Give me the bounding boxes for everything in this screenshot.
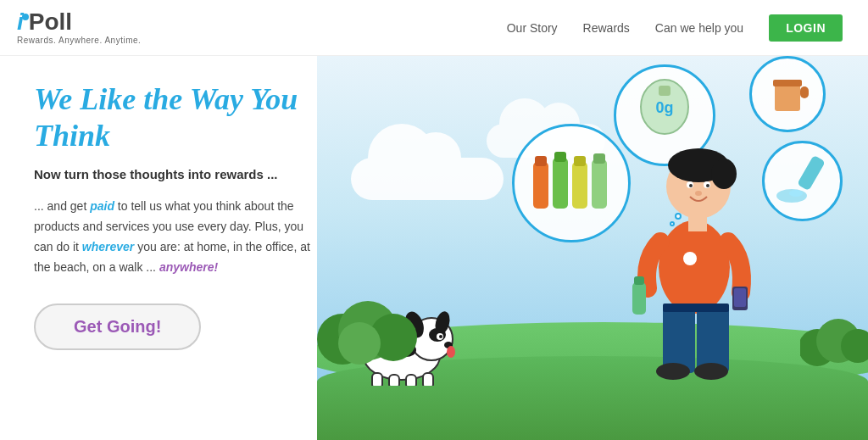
svg-point-46 bbox=[447, 346, 455, 358]
svg-rect-49 bbox=[406, 375, 416, 386]
svg-point-23 bbox=[706, 184, 709, 187]
svg-rect-50 bbox=[423, 373, 433, 386]
hero-subheadline: Now turn those thoughts into rewards ... bbox=[34, 167, 322, 181]
cup-icon bbox=[758, 64, 817, 124]
site-header: iPoll Rewards. Anywhere. Anytime. Our St… bbox=[0, 0, 868, 56]
logo: iPoll Rewards. Anywhere. Anytime. bbox=[17, 10, 141, 45]
svg-rect-14 bbox=[797, 155, 826, 192]
login-button[interactable]: LOGIN bbox=[769, 14, 843, 42]
svg-rect-28 bbox=[632, 282, 646, 315]
body-wherever: wherever bbox=[82, 240, 134, 253]
main-content: We Like the Way You Think Now turn those… bbox=[0, 56, 868, 440]
character-illustration bbox=[563, 119, 800, 390]
body-anywhere: anywhere! bbox=[159, 260, 218, 274]
svg-rect-31 bbox=[734, 288, 746, 307]
svg-point-35 bbox=[694, 363, 728, 380]
hero-body: ... and get paid to tell us what you thi… bbox=[34, 197, 322, 277]
svg-text:0g: 0g bbox=[655, 99, 673, 116]
svg-rect-27 bbox=[688, 214, 707, 231]
illustration-area: 0g bbox=[317, 56, 868, 440]
svg-rect-33 bbox=[697, 305, 729, 373]
svg-rect-1 bbox=[659, 86, 670, 96]
svg-point-24 bbox=[695, 191, 702, 196]
cloud-1 bbox=[351, 158, 504, 200]
svg-rect-29 bbox=[634, 276, 644, 285]
logo-i: i bbox=[17, 8, 24, 35]
logo-poll: Poll bbox=[29, 8, 72, 35]
svg-rect-32 bbox=[663, 305, 695, 373]
body-paid: paid bbox=[90, 199, 114, 213]
svg-rect-5 bbox=[800, 86, 809, 98]
nav-rewards[interactable]: Rewards bbox=[583, 21, 630, 35]
svg-rect-48 bbox=[389, 375, 399, 386]
hero-text-section: We Like the Way You Think Now turn those… bbox=[0, 56, 356, 440]
hero-headline: We Like the Way You Think bbox=[34, 81, 322, 154]
svg-rect-6 bbox=[533, 162, 548, 209]
nav-help[interactable]: Can we help you bbox=[655, 21, 743, 35]
svg-point-26 bbox=[683, 252, 697, 265]
svg-rect-47 bbox=[372, 373, 382, 386]
svg-point-44 bbox=[439, 335, 442, 338]
nav-our-story[interactable]: Our Story bbox=[507, 21, 558, 35]
svg-point-34 bbox=[656, 363, 690, 380]
svg-rect-36 bbox=[663, 304, 729, 312]
svg-rect-4 bbox=[773, 80, 802, 86]
main-nav: Our Story Rewards Can we help you LOGIN bbox=[507, 14, 843, 42]
logo-tagline: Rewards. Anywhere. Anytime. bbox=[17, 36, 141, 45]
get-going-button[interactable]: Get Going! bbox=[34, 304, 201, 350]
trees-right-illustration bbox=[800, 315, 868, 366]
svg-point-22 bbox=[689, 184, 693, 187]
body-text-part1: ... and get bbox=[34, 199, 90, 213]
svg-rect-7 bbox=[535, 156, 547, 166]
svg-point-25 bbox=[659, 220, 730, 314]
svg-point-19 bbox=[711, 159, 737, 189]
